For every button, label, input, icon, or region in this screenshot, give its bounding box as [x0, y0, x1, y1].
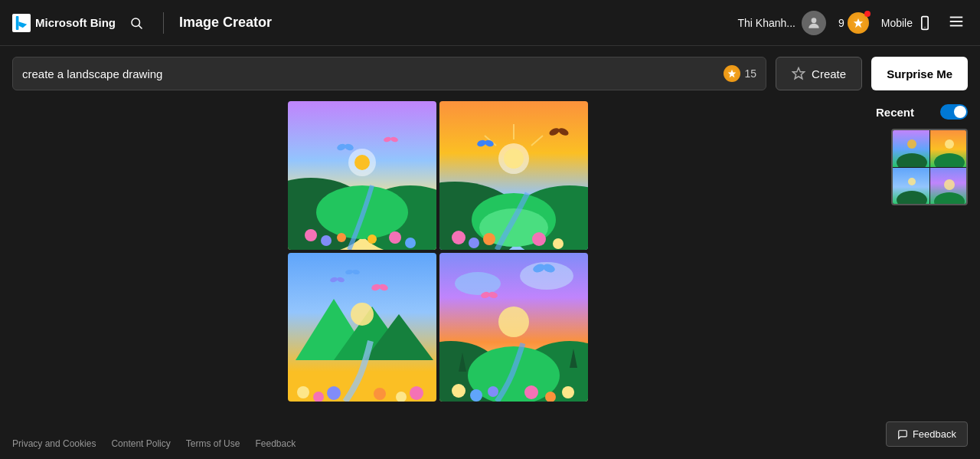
svg-line-2	[139, 25, 142, 28]
svg-point-87	[945, 139, 954, 149]
surprise-button[interactable]: Surprise Me	[871, 57, 968, 90]
user-name: Thi Khanh...	[737, 17, 795, 29]
svg-point-51	[351, 303, 374, 326]
svg-point-74	[470, 389, 482, 402]
thumb-cell-2	[930, 130, 967, 167]
recent-thumbnail[interactable]	[891, 129, 968, 205]
svg-point-93	[944, 179, 955, 190]
svg-point-41	[532, 232, 546, 246]
generated-image-3[interactable]	[288, 253, 436, 402]
svg-point-42	[553, 238, 564, 249]
svg-point-55	[374, 388, 386, 400]
svg-point-52	[297, 386, 309, 398]
header-search-button[interactable]	[125, 11, 148, 34]
svg-point-22	[405, 238, 416, 248]
mobile-label: Mobile	[881, 17, 913, 29]
svg-point-38	[452, 231, 466, 244]
page-title: Image Creator	[179, 15, 272, 31]
footer-feedback-link[interactable]: Feedback	[255, 438, 296, 449]
svg-point-1	[132, 18, 140, 27]
svg-point-75	[488, 386, 498, 397]
footer-terms-link[interactable]: Terms of Use	[186, 438, 240, 449]
header: Microsoft Bing Image Creator Thi Khanh..…	[0, 0, 980, 46]
recent-toggle[interactable]	[940, 104, 968, 120]
generated-image-2[interactable]	[439, 101, 588, 250]
toggle-knob	[954, 106, 966, 118]
generated-image-1[interactable]	[288, 101, 436, 250]
bing-logo-text: Microsoft Bing	[35, 16, 116, 29]
sidebar-recent-section: Recent	[876, 101, 968, 205]
hamburger-icon	[948, 13, 965, 30]
thumb-cell-4	[930, 168, 967, 205]
mobile-icon	[917, 15, 933, 31]
generated-image-4[interactable]	[439, 253, 588, 402]
svg-point-40	[483, 233, 495, 245]
svg-point-14	[354, 155, 370, 170]
bing-logo-icon	[12, 14, 31, 32]
svg-point-90	[908, 178, 916, 185]
svg-point-54	[327, 386, 341, 400]
svg-point-18	[305, 229, 317, 241]
svg-point-67	[498, 307, 529, 337]
svg-point-78	[562, 386, 574, 398]
search-input[interactable]	[22, 67, 724, 80]
svg-point-20	[337, 233, 346, 242]
header-divider	[163, 12, 164, 34]
image-grid	[288, 101, 588, 428]
main-content: Recent	[0, 101, 980, 428]
feedback-icon	[897, 429, 908, 440]
image-grid-section	[12, 101, 864, 428]
coin-icon	[848, 12, 869, 34]
svg-point-39	[469, 238, 479, 248]
footer: Privacy and Cookies Content Policy Terms…	[0, 428, 980, 459]
recent-label: Recent	[876, 106, 914, 119]
surprise-label: Surprise Me	[887, 67, 952, 80]
coin-count-inline: 15	[745, 67, 757, 80]
svg-point-76	[524, 385, 538, 399]
sidebar: Recent	[876, 101, 968, 428]
footer-content-policy-link[interactable]: Content Policy	[111, 438, 170, 449]
svg-point-23	[368, 234, 377, 244]
thumb-cell-3	[893, 168, 929, 205]
svg-marker-11	[793, 68, 805, 79]
search-input-wrapper: 15	[12, 57, 766, 90]
svg-rect-5	[922, 16, 928, 29]
avatar	[802, 11, 826, 35]
footer-privacy-link[interactable]: Privacy and Cookies	[12, 438, 96, 449]
mobile-button[interactable]: Mobile	[881, 15, 933, 31]
svg-marker-4	[854, 18, 863, 27]
header-left: Microsoft Bing Image Creator	[12, 11, 272, 34]
svg-point-84	[907, 139, 916, 149]
svg-point-57	[410, 386, 423, 400]
search-bar-section: 15 Create Surprise Me	[0, 46, 980, 101]
create-button[interactable]: Create	[776, 57, 862, 90]
svg-point-30	[504, 149, 524, 169]
bing-logo[interactable]: Microsoft Bing	[12, 14, 116, 32]
svg-point-3	[812, 18, 817, 23]
recent-header: Recent	[876, 104, 968, 120]
svg-marker-10	[727, 70, 736, 78]
user-info[interactable]: Thi Khanh...	[737, 11, 826, 35]
feedback-fixed-button[interactable]: Feedback	[886, 421, 968, 447]
thumb-cell-1	[893, 130, 929, 167]
svg-point-19	[321, 235, 332, 246]
hamburger-button[interactable]	[945, 10, 968, 35]
create-label: Create	[812, 67, 846, 80]
svg-point-73	[452, 384, 466, 398]
svg-point-21	[389, 231, 401, 244]
create-icon	[792, 67, 805, 80]
coins-badge[interactable]: 9	[838, 12, 869, 34]
header-right: Thi Khanh... 9 Mobile	[737, 10, 968, 35]
svg-point-65	[455, 272, 501, 295]
svg-rect-0	[16, 16, 19, 30]
feedback-fixed-label: Feedback	[913, 428, 956, 440]
coin-small-icon	[724, 65, 740, 82]
coins-count: 9	[838, 17, 844, 29]
